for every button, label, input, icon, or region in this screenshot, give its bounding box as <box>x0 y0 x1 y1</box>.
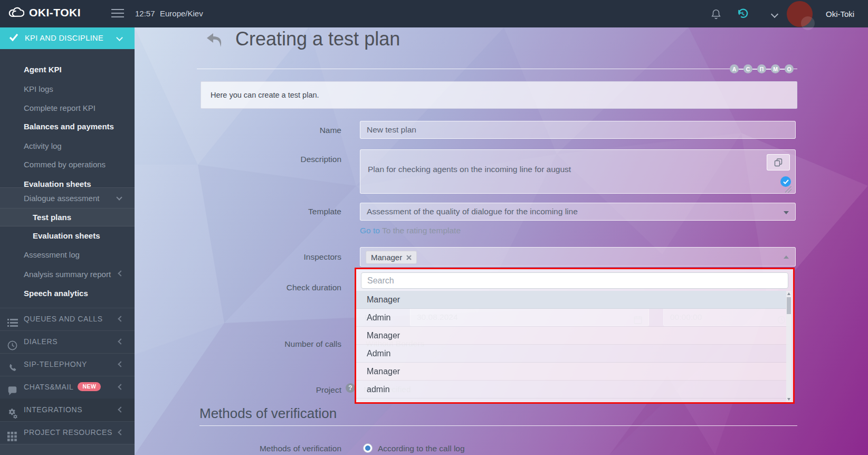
history-icon[interactable] <box>737 8 749 22</box>
chevron-down-icon <box>116 34 123 41</box>
sidebar: KPI AND DISCIPLINE Agent KPI KPI logs Co… <box>0 27 135 455</box>
methods-label: Methods of verification <box>197 444 341 453</box>
sidebar-item-kpi-logs[interactable]: KPI logs <box>0 80 135 99</box>
inspectors-dropdown: Manager Admin Manager Admin Manager admi… <box>355 268 795 404</box>
sidebar-section-label: CHATS&MAIL <box>24 383 73 391</box>
menu-toggle-icon[interactable] <box>111 9 124 18</box>
dropdown-option[interactable]: Manager <box>356 363 789 381</box>
notifications-bell-icon[interactable] <box>710 8 722 22</box>
template-label: Template <box>197 207 341 216</box>
sidebar-item-test-plans[interactable]: Test plans <box>0 208 135 226</box>
dropdown-option[interactable]: admin <box>356 381 789 399</box>
step-badges: А С П М О <box>730 64 794 73</box>
description-text: Plan for checking agents on the incoming… <box>368 165 571 174</box>
page-title: Creating a test plan <box>235 28 400 50</box>
dropdown-option[interactable]: Manager <box>356 291 789 309</box>
call-log-radio[interactable] <box>363 443 373 453</box>
chevron-left-icon <box>118 429 123 435</box>
sidebar-item-label: Test plans <box>0 208 135 227</box>
logo-text: OKI-TOKI <box>29 6 81 19</box>
timezone-label[interactable]: Europe/Kiev <box>160 9 203 18</box>
dropdown-options-list: Manager Admin Manager Admin Manager admi… <box>356 291 793 402</box>
sidebar-section-project-resources[interactable]: PROJECT RESOURCES <box>0 421 135 444</box>
sidebar-section-label: PROJECT RESOURCES <box>24 428 112 437</box>
sidebar-item-evaluation-sheets-sub[interactable]: Evaluation sheets <box>0 226 135 245</box>
sidebar-item-balances-payments[interactable]: Balances and payments <box>0 117 135 136</box>
sidebar-section-integrations[interactable]: INTEGRATIONS <box>0 399 135 421</box>
account-name[interactable]: Oki-Toki <box>826 10 854 18</box>
goto-link[interactable]: Go to <box>360 226 380 235</box>
sidebar-section-sip-telephony[interactable]: SIP-TELEPHONY <box>0 353 135 376</box>
sidebar-section-label: DIALERS <box>24 337 58 346</box>
sidebar-section-queues-and-calls[interactable]: QUEUES AND CALLS <box>0 308 135 330</box>
sidebar-item-activity-log[interactable]: Activity log <box>0 137 135 156</box>
checkmark-icon <box>9 34 18 43</box>
inspector-tag: Manager <box>366 251 417 264</box>
inspectors-multiselect[interactable]: Manager <box>360 247 796 267</box>
sidebar-section-label: INTEGRATIONS <box>24 405 82 414</box>
info-banner: Here you can create a test plan. <box>201 81 797 109</box>
step-badge-m[interactable]: М <box>771 64 780 73</box>
chevron-left-icon <box>118 361 123 367</box>
top-bar: OKI-TOKI 12:57 Europe/Kiev Oki-Toki <box>0 0 868 27</box>
dropdown-scrollbar[interactable] <box>786 291 791 402</box>
sidebar-section-label: QUEUES AND CALLS <box>24 315 103 323</box>
sidebar-item-analysis-summary-report[interactable]: Analysis summary report <box>0 265 135 284</box>
number-of-calls-label: Number of calls <box>197 339 341 349</box>
description-textarea[interactable]: Plan for checking agents on the incoming… <box>360 149 796 194</box>
scroll-up-icon[interactable] <box>787 292 790 295</box>
scrollbar-thumb[interactable] <box>787 297 791 314</box>
step-badge-a[interactable]: А <box>730 64 739 73</box>
grid-icon <box>7 428 18 438</box>
new-badge: NEW <box>78 382 101 391</box>
template-value: Assessment of the quality of dialogue fo… <box>367 207 578 216</box>
confirm-check-icon[interactable] <box>780 176 791 187</box>
chevron-left-icon <box>118 338 123 344</box>
help-question-icon[interactable]: ? <box>346 383 355 393</box>
name-label: Name <box>197 126 341 135</box>
remove-tag-icon[interactable] <box>406 253 412 261</box>
gears-icon <box>7 405 18 415</box>
dropdown-option[interactable]: Manager <box>356 327 789 345</box>
project-label: Project <box>197 385 341 395</box>
sidebar-section-dialers[interactable]: DIALERS <box>0 330 135 353</box>
sidebar-item-agent-kpi[interactable]: Agent KPI <box>0 60 135 79</box>
back-arrow-icon[interactable] <box>205 32 225 50</box>
account-chevron-down-icon[interactable] <box>771 11 778 18</box>
name-input[interactable] <box>360 121 796 139</box>
scroll-down-icon[interactable] <box>787 398 790 401</box>
inspector-tag-label: Manager <box>371 253 402 262</box>
sidebar-item-label: Dialogue assessment <box>0 189 135 208</box>
sidebar-item-complete-report-kpi[interactable]: Complete report KPI <box>0 99 135 118</box>
dropdown-option[interactable]: Admin <box>356 345 789 363</box>
list-icon <box>7 314 18 325</box>
template-select[interactable]: Assessment of the quality of dialogue fo… <box>360 203 796 221</box>
call-log-radio-label: According to the call log <box>378 444 465 453</box>
sidebar-item-speech-analytics[interactable]: Speech analytics <box>0 284 135 303</box>
app-logo[interactable]: OKI-TOKI <box>8 6 81 20</box>
sidebar-next-row-edge <box>0 444 135 455</box>
sidebar-item-commed-by-operations[interactable]: Commed by operations <box>0 155 135 174</box>
section-divider <box>199 425 797 426</box>
dropdown-search-input[interactable] <box>361 272 788 289</box>
step-badge-o[interactable]: О <box>785 64 794 73</box>
sidebar-section-chats-mail[interactable]: CHATS&MAILNEW <box>0 376 135 399</box>
chevron-left-icon <box>118 406 123 412</box>
copy-icon[interactable] <box>767 154 790 170</box>
chevron-left-icon <box>118 316 123 321</box>
clock-icon <box>7 337 18 347</box>
step-badge-c[interactable]: С <box>743 64 752 73</box>
app-window: OKI-TOKI 12:57 Europe/Kiev Oki-Toki <box>0 0 868 455</box>
dropdown-option[interactable]: Admin <box>356 309 789 327</box>
cloud-logo-icon <box>8 6 24 20</box>
sidebar-section-kpi-discipline[interactable]: KPI AND DISCIPLINE <box>0 27 135 49</box>
check-duration-label: Check duration <box>197 283 341 292</box>
caret-down-icon <box>784 211 789 214</box>
avatar[interactable] <box>787 1 813 27</box>
sidebar-item-dialogue-assessment[interactable]: Dialogue assessment <box>0 187 135 208</box>
phone-icon <box>7 359 18 370</box>
step-badge-p[interactable]: П <box>757 64 766 73</box>
sidebar-item-assessment-log[interactable]: Assessment log <box>0 245 135 264</box>
resize-handle[interactable] <box>785 186 791 193</box>
chat-bubble-icon <box>7 382 18 393</box>
